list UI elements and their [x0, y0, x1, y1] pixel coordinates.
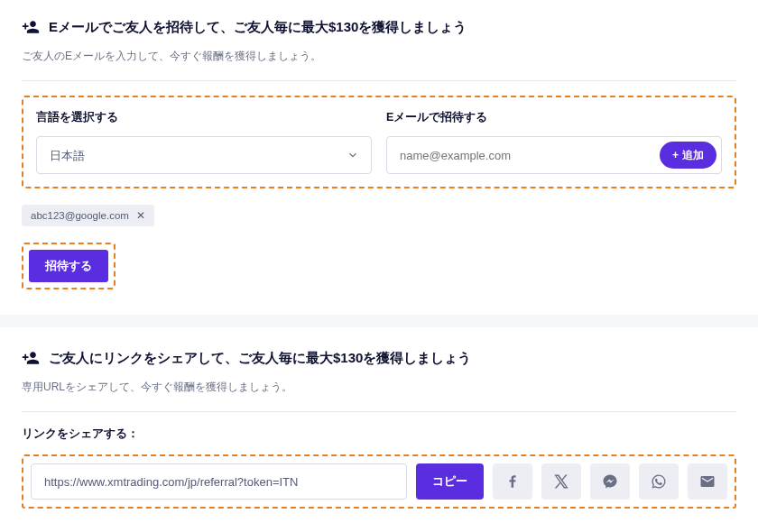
divider — [22, 80, 736, 81]
email-invite-title: Eメールでご友人を招待して、ご友人毎に最大$130を獲得しましょう — [49, 19, 467, 36]
add-button[interactable]: + 追加 — [660, 142, 716, 169]
share-messenger-button[interactable] — [590, 463, 630, 500]
whatsapp-icon — [651, 473, 667, 490]
section-separator — [0, 315, 758, 327]
copy-button[interactable]: コピー — [416, 463, 484, 500]
plus-icon: + — [672, 149, 679, 161]
invite-button[interactable]: 招待する — [29, 250, 108, 282]
email-invite-header: Eメールでご友人を招待して、ご友人毎に最大$130を獲得しましょう — [22, 18, 736, 36]
email-chip: abc123@google.com ✕ — [22, 205, 154, 226]
facebook-icon — [504, 473, 521, 490]
chip-remove-icon[interactable]: ✕ — [136, 209, 145, 222]
email-icon — [699, 473, 716, 490]
person-add-icon — [22, 18, 40, 36]
chip-email-text: abc123@google.com — [31, 210, 129, 221]
link-share-header: ご友人にリンクをシェアして、ご友人毎に最大$130を獲得しましょう — [22, 349, 736, 367]
invite-button-highlighted: 招待する — [22, 243, 116, 289]
share-facebook-button[interactable] — [493, 463, 532, 500]
link-share-title: ご友人にリンクをシェアして、ご友人毎に最大$130を獲得しましょう — [49, 350, 471, 367]
language-select[interactable]: 日本語 — [36, 136, 372, 174]
referral-url-input[interactable] — [31, 463, 407, 500]
language-label: 言語を選択する — [36, 110, 372, 125]
messenger-icon — [602, 473, 618, 490]
email-label: Eメールで招待する — [386, 110, 722, 125]
x-icon — [553, 473, 569, 490]
share-row-highlighted: コピー — [22, 454, 736, 509]
add-button-label: 追加 — [682, 148, 704, 163]
share-email-button[interactable] — [688, 463, 727, 500]
email-invite-subtitle: ご友人のEメールを入力して、今すぐ報酬を獲得しましょう。 — [22, 49, 736, 64]
divider — [22, 411, 736, 412]
person-add-icon — [22, 349, 40, 367]
share-x-button[interactable] — [541, 463, 581, 500]
share-whatsapp-button[interactable] — [639, 463, 679, 500]
link-share-subtitle: 専用URLをシェアして、今すぐ報酬を獲得しましょう。 — [22, 380, 736, 395]
share-label: リンクをシェアする： — [22, 427, 736, 442]
invite-form-highlighted: 言語を選択する 日本語 Eメールで招待する + 追加 — [22, 96, 736, 188]
